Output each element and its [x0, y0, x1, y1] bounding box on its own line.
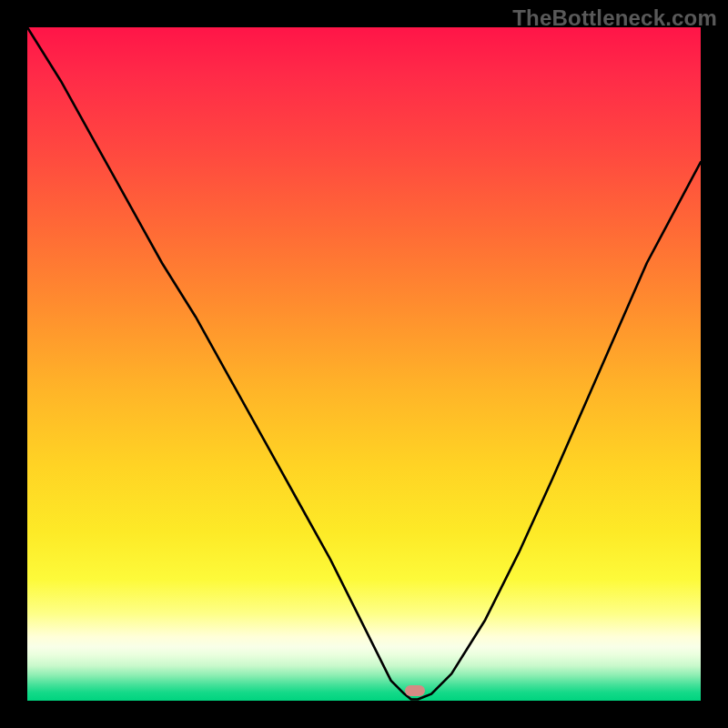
optimum-marker — [405, 685, 425, 696]
curve-svg — [27, 27, 701, 701]
chart-container: TheBottleneck.com — [0, 0, 728, 728]
watermark-text: TheBottleneck.com — [512, 5, 717, 31]
plot-area — [27, 27, 701, 701]
bottleneck-curve-path — [27, 27, 701, 700]
